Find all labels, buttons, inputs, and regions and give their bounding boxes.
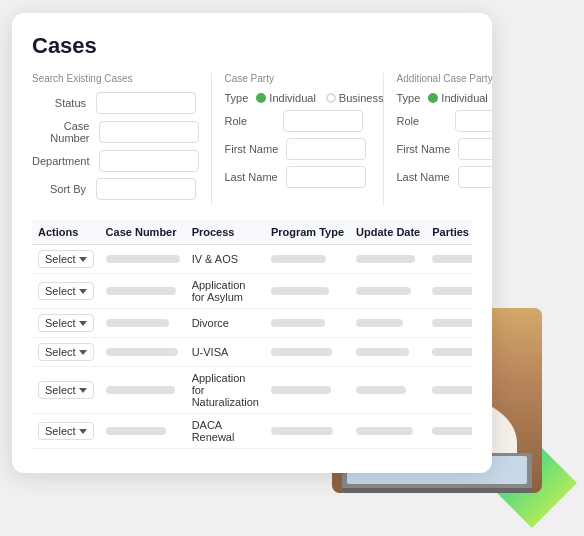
row-4-program-type <box>265 367 350 414</box>
row-5-update-date <box>350 414 426 449</box>
select-button-2[interactable]: Select <box>38 314 94 332</box>
table-row: Select Application for Naturalization <box>32 367 472 414</box>
cases-table-wrapper: Actions Case Number Process Program Type… <box>32 220 472 449</box>
col-process: Process <box>186 220 265 245</box>
row-2-action: Select <box>32 309 100 338</box>
case-party-firstname-label: First Name <box>224 143 282 155</box>
additional-firstname-row: First Name <box>396 138 492 160</box>
case-party-business-radio[interactable] <box>326 93 336 103</box>
row-0-update-date <box>350 245 426 274</box>
chevron-down-icon <box>79 321 87 326</box>
additional-lastname-row: Last Name <box>396 166 492 188</box>
case-party-role-input[interactable] <box>283 110 363 132</box>
row-5-case-number <box>100 414 186 449</box>
select-button-3[interactable]: Select <box>38 343 94 361</box>
case-party-role-row: Role <box>224 110 383 132</box>
table-row: Select U-VISA <box>32 338 472 367</box>
sort-by-input[interactable] <box>96 178 196 200</box>
sort-by-label: Sort By <box>32 183 92 195</box>
case-number-row: Case Number <box>32 120 199 144</box>
case-party-business-option[interactable]: Business <box>326 92 384 104</box>
status-label: Status <box>32 97 92 109</box>
table-header-row: Actions Case Number Process Program Type… <box>32 220 472 245</box>
case-party-individual-radio[interactable] <box>256 93 266 103</box>
additional-firstname-label: First Name <box>396 143 454 155</box>
search-sections: Search Existing Cases Status Case Number… <box>32 73 472 206</box>
col-parties: Parties <box>426 220 472 245</box>
row-0-action: Select <box>32 245 100 274</box>
additional-type-label: Type <box>396 92 420 104</box>
case-number-label: Case Number <box>32 120 95 144</box>
row-3-action: Select <box>32 338 100 367</box>
department-row: Department <box>32 150 199 172</box>
table-row: Select IV & AOS <box>32 245 472 274</box>
chevron-down-icon <box>79 257 87 262</box>
row-4-case-number <box>100 367 186 414</box>
case-party-firstname-input[interactable] <box>286 138 366 160</box>
additional-type-row: Type Individual Business <box>396 92 492 104</box>
department-input[interactable] <box>99 150 199 172</box>
row-3-update-date <box>350 338 426 367</box>
additional-case-party: Additional Case Party Type Individual Bu… <box>383 73 492 206</box>
row-5-parties <box>426 414 472 449</box>
additional-lastname-input[interactable] <box>458 166 492 188</box>
case-party-role-label: Role <box>224 115 279 127</box>
additional-individual-radio[interactable] <box>428 93 438 103</box>
additional-individual-option[interactable]: Individual <box>428 92 487 104</box>
chevron-down-icon <box>79 429 87 434</box>
case-party-lastname-input[interactable] <box>286 166 366 188</box>
case-party-firstname-row: First Name <box>224 138 383 160</box>
additional-role-label: Role <box>396 115 451 127</box>
case-party: Case Party Type Individual Business Role <box>211 73 383 206</box>
status-input[interactable] <box>96 92 196 114</box>
row-1-case-number <box>100 274 186 309</box>
row-2-process: Divorce <box>186 309 265 338</box>
col-program-type: Program Type <box>265 220 350 245</box>
col-update-date: Update Date <box>350 220 426 245</box>
status-row: Status <box>32 92 199 114</box>
row-1-program-type <box>265 274 350 309</box>
select-button-0[interactable]: Select <box>38 250 94 268</box>
row-1-action: Select <box>32 274 100 309</box>
row-0-case-number <box>100 245 186 274</box>
chevron-down-icon <box>79 350 87 355</box>
row-0-program-type <box>265 245 350 274</box>
row-2-program-type <box>265 309 350 338</box>
case-party-business-label: Business <box>339 92 384 104</box>
case-party-type-row: Type Individual Business <box>224 92 383 104</box>
chevron-down-icon <box>79 388 87 393</box>
case-party-individual-option[interactable]: Individual <box>256 92 315 104</box>
additional-role-input[interactable] <box>455 110 492 132</box>
case-number-input[interactable] <box>99 121 199 143</box>
department-label: Department <box>32 155 95 167</box>
row-5-action: Select <box>32 414 100 449</box>
case-party-individual-label: Individual <box>269 92 315 104</box>
page-title: Cases <box>32 33 472 59</box>
row-3-case-number <box>100 338 186 367</box>
select-button-4[interactable]: Select <box>38 381 94 399</box>
sort-by-row: Sort By <box>32 178 199 200</box>
row-2-parties <box>426 309 472 338</box>
case-party-label: Case Party <box>224 73 383 84</box>
cases-table: Actions Case Number Process Program Type… <box>32 220 472 449</box>
select-button-5[interactable]: Select <box>38 422 94 440</box>
case-party-lastname-label: Last Name <box>224 171 281 183</box>
select-button-1[interactable]: Select <box>38 282 94 300</box>
row-4-process: Application for Naturalization <box>186 367 265 414</box>
table-row: Select Divorce <box>32 309 472 338</box>
row-5-program-type <box>265 414 350 449</box>
chevron-down-icon <box>79 289 87 294</box>
row-4-action: Select <box>32 367 100 414</box>
row-5-process: DACA Renewal <box>186 414 265 449</box>
search-existing-cases: Search Existing Cases Status Case Number… <box>32 73 211 206</box>
table-row: Select Application for Asylum <box>32 274 472 309</box>
col-actions: Actions <box>32 220 100 245</box>
row-4-parties <box>426 367 472 414</box>
additional-role-row: Role <box>396 110 492 132</box>
additional-case-party-label: Additional Case Party <box>396 73 492 84</box>
additional-lastname-label: Last Name <box>396 171 453 183</box>
row-0-process: IV & AOS <box>186 245 265 274</box>
additional-individual-label: Individual <box>441 92 487 104</box>
additional-firstname-input[interactable] <box>458 138 492 160</box>
search-existing-label: Search Existing Cases <box>32 73 199 84</box>
